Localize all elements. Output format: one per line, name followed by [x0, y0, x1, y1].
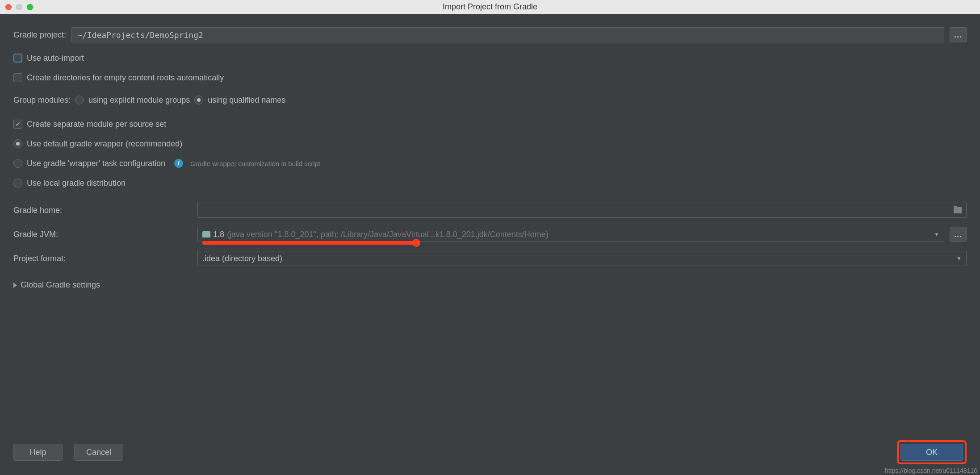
wrapper-task-hint: Gradle wrapper customization in build sc… [190, 160, 320, 167]
global-gradle-settings-label: Global Gradle settings [21, 280, 100, 290]
wrapper-task-radio[interactable] [13, 159, 22, 168]
gradle-jvm-browse-button[interactable]: ... [950, 227, 967, 242]
titlebar[interactable]: Import Project from Gradle [0, 0, 980, 14]
zoom-window-button[interactable] [27, 4, 33, 10]
auto-import-label: Use auto-import [27, 54, 84, 63]
wrapper-local-label: Use local gradle distribution [27, 179, 126, 188]
folder-icon [202, 231, 210, 238]
annotation-highlight: OK [897, 440, 967, 464]
watermark: https://blog.csdn.net/u011148116 [885, 467, 977, 474]
annotation-underline [202, 241, 417, 245]
help-button[interactable]: Help [13, 444, 63, 461]
group-modules-label: Group modules: [13, 96, 71, 105]
wrapper-task-label: Use gradle 'wrapper' task configuration [27, 159, 165, 168]
separator [107, 285, 967, 285]
gradle-jvm-detail: (java version "1.8.0_201", path: /Librar… [227, 230, 549, 239]
wrapper-default-label: Use default gradle wrapper (recommended) [27, 139, 182, 149]
ok-button[interactable]: OK [900, 444, 963, 461]
gradle-project-browse-button[interactable]: ... [950, 27, 967, 42]
gradle-jvm-version: 1.8 [213, 230, 224, 239]
gradle-jvm-label: Gradle JVM: [13, 230, 192, 239]
disclosure-triangle-icon [13, 283, 17, 288]
group-explicit-label: using explicit module groups [88, 96, 190, 105]
chevron-down-icon: ▼ [956, 255, 962, 262]
close-window-button[interactable] [5, 4, 12, 10]
cancel-button[interactable]: Cancel [74, 444, 123, 461]
group-qualified-radio[interactable] [194, 96, 203, 104]
group-explicit-radio[interactable] [75, 96, 84, 104]
traffic-lights [5, 4, 33, 10]
gradle-jvm-combo[interactable]: 1.8 (java version "1.8.0_201", path: /Li… [197, 227, 944, 242]
project-format-combo[interactable]: .idea (directory based) ▼ [197, 251, 967, 266]
minimize-window-button [16, 4, 22, 10]
global-gradle-settings-toggle[interactable]: Global Gradle settings [13, 280, 967, 290]
folder-icon [954, 207, 962, 213]
gradle-home-label: Gradle home: [13, 206, 192, 215]
gradle-home-input [197, 203, 967, 218]
chevron-down-icon: ▼ [934, 231, 939, 238]
separate-module-label: Create separate module per source set [27, 120, 166, 129]
info-icon[interactable]: i [174, 159, 183, 168]
group-qualified-label: using qualified names [208, 96, 285, 105]
wrapper-default-radio[interactable] [13, 139, 22, 148]
create-dirs-label: Create directories for empty content roo… [27, 73, 224, 83]
wrapper-local-radio[interactable] [13, 179, 22, 188]
separate-module-checkbox[interactable] [13, 120, 22, 129]
create-dirs-checkbox[interactable] [13, 73, 22, 82]
gradle-project-label: Gradle project: [13, 30, 66, 40]
auto-import-checkbox[interactable] [13, 54, 22, 62]
project-format-value: .idea (directory based) [202, 254, 282, 263]
window-title: Import Project from Gradle [443, 2, 537, 12]
project-format-label: Project format: [13, 254, 192, 263]
gradle-project-input[interactable] [71, 27, 944, 42]
